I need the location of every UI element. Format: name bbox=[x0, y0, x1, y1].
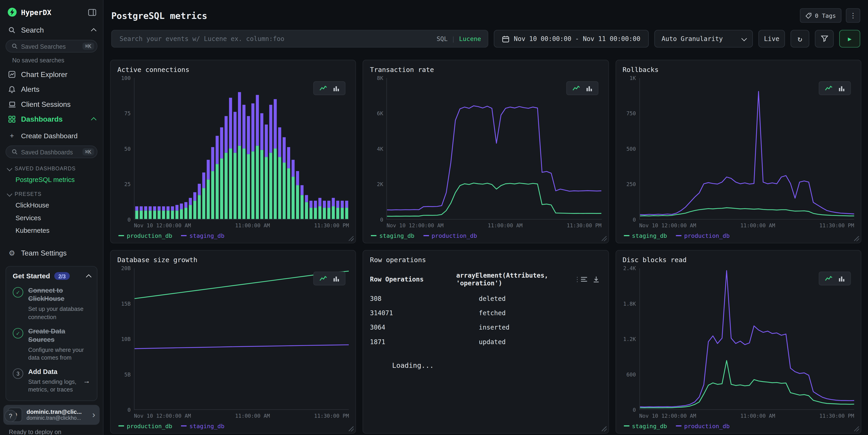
saved-searches-input[interactable]: Saved Searches ⌘K bbox=[5, 40, 97, 53]
bar-chart-icon[interactable] bbox=[334, 275, 340, 281]
lucene-toggle[interactable]: Lucene bbox=[459, 35, 481, 42]
bar-chart-icon[interactable] bbox=[839, 275, 845, 281]
cell-count: 314071 bbox=[370, 309, 479, 317]
resize-handle[interactable] bbox=[854, 236, 859, 241]
saved-dashboards-placeholder: Saved Dashboards bbox=[21, 149, 73, 155]
filter-button[interactable] bbox=[815, 30, 834, 47]
chart-canvas[interactable] bbox=[134, 268, 349, 409]
date-range-picker[interactable]: Nov 10 00:00:00 - Nov 11 00:00:00 bbox=[494, 30, 649, 47]
chevron-right-icon: › bbox=[92, 409, 95, 420]
granularity-dropdown[interactable]: Auto Granularity bbox=[654, 30, 753, 47]
line-chart-icon[interactable] bbox=[319, 85, 327, 91]
chart-database-size-growth: 20B15B10B5B0 bbox=[117, 268, 349, 410]
line-chart-icon[interactable] bbox=[825, 275, 833, 281]
play-icon: ▶ bbox=[848, 35, 851, 42]
resize-handle[interactable] bbox=[601, 426, 607, 431]
get-started-title: Get Started bbox=[13, 272, 50, 280]
bar-chart-icon[interactable] bbox=[839, 85, 845, 91]
sidebar-item-client-sessions[interactable]: Client Sessions bbox=[0, 97, 103, 112]
refresh-button[interactable]: ↻ bbox=[790, 30, 809, 47]
column-header-operation[interactable]: arrayElement(Attributes, 'operation') bbox=[456, 271, 569, 287]
get-started-step-3[interactable]: 3 Add Data Start sending logs, metrics, … bbox=[13, 368, 90, 394]
plot-area[interactable] bbox=[639, 268, 854, 410]
resize-handle[interactable] bbox=[601, 236, 607, 241]
chart-canvas[interactable] bbox=[640, 268, 854, 409]
sidebar-item-label: Team Settings bbox=[21, 249, 67, 257]
run-query-button[interactable]: ▶ bbox=[839, 30, 860, 47]
chevron-down-icon bbox=[741, 36, 746, 40]
tags-button[interactable]: 0 Tags bbox=[800, 8, 841, 23]
table-row[interactable]: 314071fetched bbox=[370, 309, 601, 317]
resize-handle[interactable] bbox=[349, 426, 354, 431]
sql-toggle[interactable]: SQL bbox=[437, 35, 448, 42]
step-desc: Configure where your data comes from bbox=[28, 345, 90, 361]
legend-item[interactable]: staging_db bbox=[181, 423, 224, 429]
chart-canvas[interactable] bbox=[640, 78, 854, 219]
bar-chart-icon[interactable] bbox=[586, 85, 592, 91]
user-menu[interactable]: D dominic.tran@clic... dominic.tran@clic… bbox=[3, 404, 100, 424]
brand-row: HyperDX bbox=[0, 0, 103, 23]
legend-item[interactable]: staging_db bbox=[371, 232, 414, 239]
chevron-down-icon bbox=[7, 191, 12, 196]
sidebar-preset-services[interactable]: Services bbox=[0, 211, 103, 224]
table-row[interactable]: 3064inserted bbox=[370, 324, 601, 331]
search-input[interactable] bbox=[119, 34, 432, 43]
line-chart-icon[interactable] bbox=[319, 275, 327, 281]
legend-item[interactable]: production_db bbox=[119, 423, 172, 429]
legend-item[interactable]: production_db bbox=[676, 423, 730, 429]
get-started-step-2[interactable]: ✓ Create Data Sources Configure where yo… bbox=[13, 327, 90, 361]
sidebar-preset-kubernetes[interactable]: Kubernetes bbox=[0, 224, 103, 237]
chart-canvas[interactable] bbox=[387, 78, 601, 219]
plot-area[interactable] bbox=[639, 78, 854, 220]
sidebar-dashboard-postgresql-metrics[interactable]: PostgreSQL metrics bbox=[0, 173, 103, 186]
bar-chart-icon[interactable] bbox=[334, 85, 340, 91]
table-row[interactable]: 308deleted bbox=[370, 295, 601, 302]
dashboard-grid: Active connections 1007550250 Nov 10 12:… bbox=[110, 60, 861, 434]
panel-disc-blocks-read: Disc blocks read 2.4K1.8K1.2K6000 Nov 10… bbox=[615, 250, 861, 434]
y-axis-tick: 0 bbox=[127, 407, 131, 413]
legend-item[interactable]: staging_db bbox=[624, 423, 667, 429]
panel-active-connections: Active connections 1007550250 Nov 10 12:… bbox=[110, 60, 356, 243]
column-header-count[interactable]: Row Operations bbox=[370, 275, 456, 283]
list-icon[interactable] bbox=[581, 276, 587, 282]
x-axis-tick: 11:30:00 PM bbox=[314, 222, 349, 228]
collapse-sidebar-icon[interactable] bbox=[88, 9, 96, 16]
chart-transaction-rate: 8K6K4K2K0 bbox=[370, 78, 601, 220]
sidebar-item-chart-explorer[interactable]: Chart Explorer bbox=[0, 67, 103, 82]
column-menu-icon[interactable]: ⋮ bbox=[574, 275, 581, 283]
sidebar-item-dashboards[interactable]: Dashboards bbox=[0, 112, 103, 127]
download-icon[interactable] bbox=[593, 276, 599, 282]
legend-item[interactable]: staging_db bbox=[624, 232, 667, 239]
legend-item[interactable]: production_db bbox=[119, 232, 172, 239]
line-chart-icon[interactable] bbox=[825, 85, 833, 91]
legend-item[interactable]: production_db bbox=[423, 232, 477, 239]
kebab-menu-button[interactable]: ⋮ bbox=[846, 8, 860, 23]
create-dashboard-button[interactable]: + Create Dashboard bbox=[0, 127, 103, 143]
saved-dashboards-section-header[interactable]: SAVED DASHBOARDS bbox=[0, 161, 103, 173]
event-search-box[interactable]: SQL | Lucene bbox=[111, 30, 488, 47]
chart-canvas[interactable] bbox=[134, 78, 349, 219]
plot-area[interactable] bbox=[134, 78, 349, 220]
resize-handle[interactable] bbox=[349, 236, 354, 241]
legend-item[interactable]: staging_db bbox=[181, 232, 224, 239]
legend-label: staging_db bbox=[632, 232, 667, 239]
saved-dashboards-input[interactable]: Saved Dashboards ⌘K bbox=[5, 145, 97, 158]
plot-area[interactable] bbox=[386, 78, 601, 220]
sidebar-item-search[interactable]: Search bbox=[0, 23, 103, 38]
sidebar-preset-clickhouse[interactable]: ClickHouse bbox=[0, 199, 103, 211]
sidebar-item-alerts[interactable]: Alerts bbox=[0, 82, 103, 97]
help-button[interactable]: ? bbox=[4, 409, 17, 422]
chart-rollbacks: 1K7505002500 bbox=[622, 78, 854, 220]
y-axis-tick: 0 bbox=[380, 216, 383, 223]
line-chart-icon[interactable] bbox=[572, 85, 580, 91]
get-started-step-1[interactable]: ✓ Connect to ClickHouse Set up your data… bbox=[13, 287, 90, 321]
resize-handle[interactable] bbox=[854, 426, 859, 431]
table-row[interactable]: 1871updated bbox=[370, 338, 601, 346]
live-button[interactable]: Live bbox=[758, 30, 785, 47]
tag-icon bbox=[806, 12, 812, 19]
plot-area[interactable] bbox=[134, 268, 349, 410]
sidebar-item-team-settings[interactable]: ⚙ Team Settings bbox=[0, 246, 103, 261]
presets-section-header[interactable]: PRESETS bbox=[0, 186, 103, 199]
legend-item[interactable]: production_db bbox=[676, 232, 730, 239]
get-started-header[interactable]: Get Started 2/3 bbox=[13, 272, 90, 280]
